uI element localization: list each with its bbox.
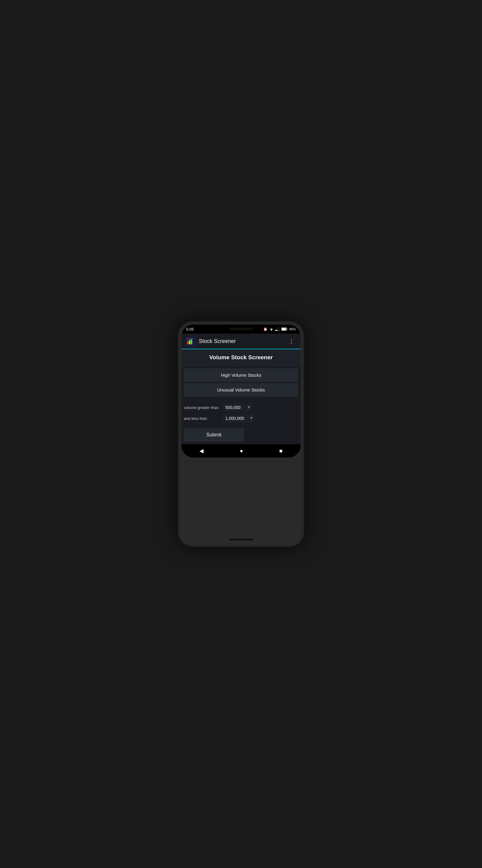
volume-greater-label: volume greater than [184, 405, 223, 410]
filter-section: volume greater than 100,000 250,000 500,… [181, 399, 301, 427]
unusual-volume-stocks-button[interactable]: Unusual Volume Stocks [184, 383, 298, 397]
wifi-icon [269, 327, 274, 331]
button-section: High Volume Stocks Unusual Volume Stocks [181, 366, 301, 399]
volume-greater-row: volume greater than 100,000 250,000 500,… [184, 403, 298, 412]
bottom-nav: ◀ ● ■ [181, 444, 301, 458]
app-title: Stock Screener [199, 338, 286, 344]
page-title-section: Volume Stock Screener [181, 349, 301, 366]
speaker [229, 328, 253, 330]
svg-point-0 [271, 330, 272, 331]
app-icon: PRO [185, 336, 196, 347]
app-bar: PRO Stock Screener ⋮ [181, 334, 301, 349]
svg-rect-6 [287, 329, 287, 330]
recents-nav-button[interactable]: ■ [272, 445, 290, 457]
phone-frame: 5:05 ⏰ [178, 321, 304, 547]
high-volume-stocks-button[interactable]: High Volume Stocks [184, 368, 298, 382]
screen: 5:05 ⏰ [181, 324, 301, 458]
submit-section: Submit [181, 427, 301, 444]
volume-less-dropdown-wrapper: 500,000 1,000,000 5,000,000 10,000,000 [223, 414, 254, 423]
battery-icon [281, 327, 287, 331]
svg-rect-7 [282, 328, 286, 330]
home-nav-button[interactable]: ● [232, 445, 250, 457]
svg-rect-1 [275, 330, 276, 331]
main-content: Volume Stock Screener High Volume Stocks… [181, 349, 301, 444]
chart-svg-icon: PRO [186, 337, 195, 345]
svg-rect-10 [187, 342, 189, 344]
volume-greater-dropdown-wrapper: 100,000 250,000 500,000 1,000,000 5,000,… [223, 403, 252, 412]
camera [277, 327, 280, 331]
submit-button[interactable]: Submit [184, 428, 244, 442]
status-time: 5:05 [186, 327, 194, 332]
svg-rect-12 [191, 340, 192, 344]
svg-rect-11 [189, 341, 190, 344]
volume-less-dropdown[interactable]: 500,000 1,000,000 5,000,000 10,000,000 [223, 414, 254, 423]
volume-greater-dropdown[interactable]: 100,000 250,000 500,000 1,000,000 5,000,… [223, 403, 252, 412]
overflow-menu-button[interactable]: ⋮ [286, 336, 297, 347]
volume-less-label: and less than [184, 416, 223, 421]
battery-percent: 96% [289, 327, 296, 331]
page-title: Volume Stock Screener [210, 354, 273, 361]
phone-chin [229, 538, 253, 540]
back-nav-button[interactable]: ◀ [192, 445, 211, 457]
volume-less-row: and less than 500,000 1,000,000 5,000,00… [184, 413, 298, 423]
alarm-icon: ⏰ [263, 327, 267, 331]
